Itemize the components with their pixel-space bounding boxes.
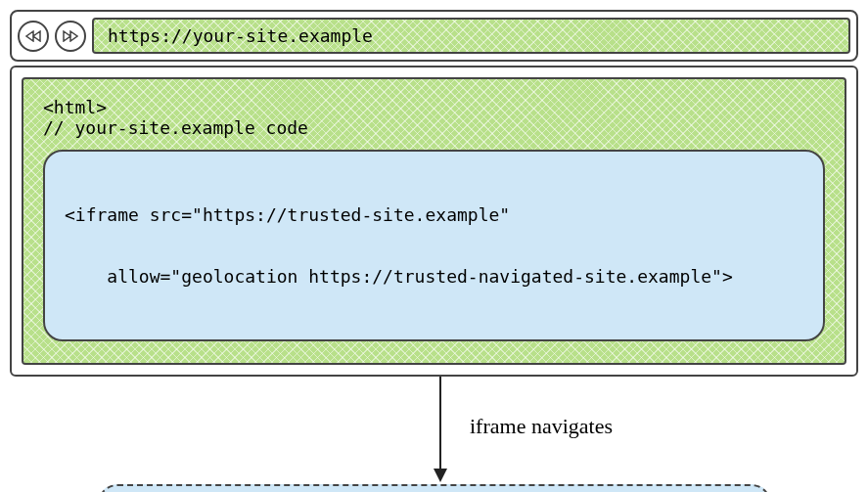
arrow-label: iframe navigates (470, 414, 613, 439)
page-comment: // your-site.example code (43, 117, 825, 138)
back-button[interactable] (18, 21, 49, 52)
browser-viewport: <html> // your-site.example code <iframe… (10, 66, 858, 377)
forward-button[interactable] (55, 21, 86, 52)
rewind-icon (25, 30, 41, 42)
top-level-page: <html> // your-site.example code <iframe… (22, 77, 846, 365)
arrow-area: iframe navigates (10, 377, 858, 484)
browser-toolbar-frame: https://your-site.example (10, 10, 858, 62)
fastforward-icon (63, 30, 78, 42)
arrow-down-icon (431, 377, 450, 484)
address-bar[interactable]: https://your-site.example (92, 18, 850, 54)
browser-toolbar: https://your-site.example (18, 18, 850, 54)
iframe-original: <iframe src="https://trusted-site.exampl… (43, 150, 825, 341)
iframe-src-line: <iframe src="https://trusted-site.exampl… (65, 204, 803, 225)
iframe-navigated: <iframe src="https://trusted-navigated-s… (98, 484, 771, 492)
iframe-allow-line: allow="geolocation https://trusted-navig… (65, 266, 803, 287)
html-tag: <html> (43, 97, 825, 117)
address-url: https://your-site.example (108, 25, 373, 46)
